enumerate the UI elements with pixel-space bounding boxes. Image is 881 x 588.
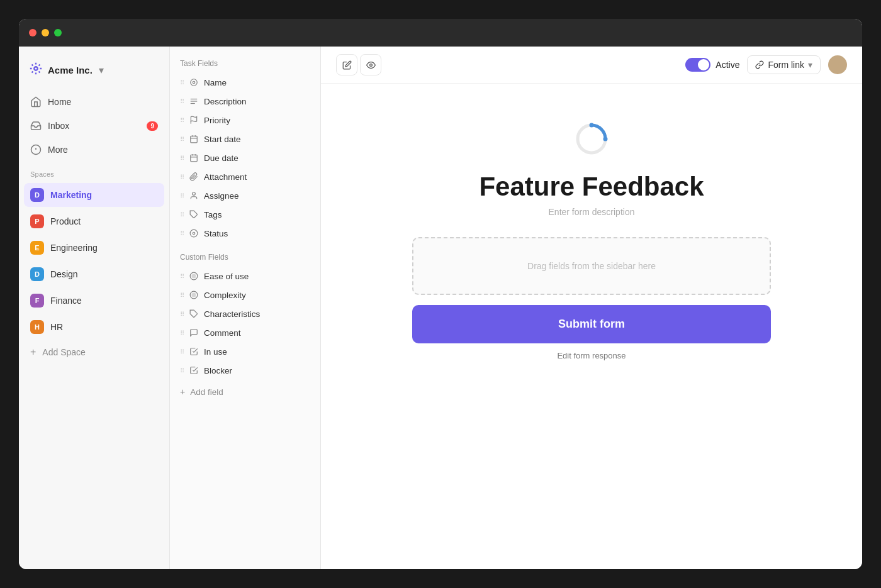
finance-label: Finance [50, 296, 82, 306]
sidebar-item-hr[interactable]: H HR [24, 315, 164, 339]
field-tags[interactable]: ⠿ Tags [175, 205, 315, 224]
drag-handle-icon: ⠿ [180, 330, 184, 336]
maximize-dot[interactable] [54, 29, 62, 36]
nav-item-home[interactable]: Home [24, 91, 164, 113]
drag-handle-icon: ⠿ [180, 79, 184, 86]
sidebar-item-engineering[interactable]: E Engineering [24, 236, 164, 260]
main-content: Active Form link ▾ [321, 47, 862, 569]
active-label: Active [715, 60, 739, 70]
finance-avatar: F [30, 294, 44, 308]
nav-item-more[interactable]: More [24, 139, 164, 160]
user-avatar[interactable] [828, 55, 847, 74]
svg-point-0 [34, 67, 38, 70]
drag-drop-zone[interactable]: Drag fields from the sidebar here [412, 237, 771, 295]
edit-button[interactable] [336, 54, 357, 75]
drag-handle-icon: ⠿ [180, 136, 184, 143]
field-status-label: Status [204, 229, 228, 238]
preview-button[interactable] [360, 54, 381, 75]
field-start-date[interactable]: ⠿ Start date [175, 130, 315, 148]
field-name-label: Name [204, 78, 227, 87]
assignee-field-icon [189, 191, 199, 201]
topbar: Active Form link ▾ [321, 47, 862, 84]
custom-fields-label: Custom Fields [175, 250, 315, 267]
form-area: Feature Feedback Enter form description … [321, 84, 862, 569]
characteristics-field-icon [189, 309, 199, 319]
field-due-date[interactable]: ⠿ Due date [175, 148, 315, 167]
field-complexity-label: Complexity [204, 291, 246, 300]
hr-avatar: H [30, 320, 44, 334]
sidebar-item-finance[interactable]: F Finance [24, 289, 164, 313]
app-window: Acme Inc. ▾ Home Inbox 9 More Spaces D M… [19, 19, 862, 569]
field-start-date-label: Start date [204, 135, 241, 144]
sidebar-item-product[interactable]: P Product [24, 209, 164, 233]
form-link-button[interactable]: Form link ▾ [747, 55, 821, 74]
svg-point-4 [191, 79, 198, 86]
form-description: Enter form description [549, 207, 635, 217]
close-dot[interactable] [29, 29, 36, 36]
svg-point-30 [603, 137, 608, 141]
form-link-chevron-icon: ▾ [808, 60, 812, 70]
brand-chevron-icon: ▾ [99, 64, 104, 76]
edit-form-response-link[interactable]: Edit form response [557, 351, 626, 360]
main-layout: Acme Inc. ▾ Home Inbox 9 More Spaces D M… [19, 47, 862, 569]
drag-handle-icon: ⠿ [180, 230, 184, 237]
hr-label: HR [50, 322, 63, 332]
nav-inbox-label: Inbox [48, 121, 69, 131]
field-comment[interactable]: ⠿ Comment [175, 323, 315, 342]
task-fields-label: Task Fields [175, 57, 315, 73]
field-assignee-label: Assignee [204, 191, 239, 201]
field-characteristics[interactable]: ⠿ Characteristics [175, 304, 315, 323]
titlebar [19, 19, 862, 47]
field-priority-label: Priority [204, 116, 230, 125]
add-space-icon: + [30, 347, 36, 358]
field-ease-of-use-label: Ease of use [204, 272, 249, 281]
comment-field-icon [189, 328, 199, 338]
eye-icon [366, 60, 376, 70]
start-date-field-icon [189, 134, 199, 144]
field-in-use[interactable]: ⠿ In use [175, 342, 315, 361]
field-name[interactable]: ⠿ Name [175, 73, 315, 92]
form-title: Feature Feedback [479, 172, 704, 202]
add-space-label: Add Space [42, 347, 86, 357]
field-description-label: Description [204, 97, 247, 106]
drag-handle-icon: ⠿ [180, 155, 184, 162]
nav-item-inbox[interactable]: Inbox 9 [24, 115, 164, 136]
nav-home-label: Home [48, 97, 71, 107]
tags-field-icon [189, 209, 199, 219]
field-ease-of-use[interactable]: ⠿ Ease of use [175, 267, 315, 286]
field-description[interactable]: ⠿ Description [175, 92, 315, 111]
field-priority[interactable]: ⠿ Priority [175, 111, 315, 130]
active-toggle-group: Active [685, 58, 739, 72]
svg-point-23 [192, 274, 196, 278]
svg-point-5 [193, 81, 195, 84]
add-field-button[interactable]: + Add field [175, 382, 315, 401]
nav-more-label: More [48, 145, 68, 155]
spaces-section-label: Spaces [24, 163, 164, 180]
drag-handle-icon: ⠿ [180, 192, 184, 199]
engineering-avatar: E [30, 241, 44, 255]
sidebar-item-design[interactable]: D Design [24, 262, 164, 286]
field-blocker[interactable]: ⠿ Blocker [175, 361, 315, 380]
description-field-icon [189, 96, 199, 106]
due-date-field-icon [189, 153, 199, 163]
field-assignee[interactable]: ⠿ Assignee [175, 186, 315, 205]
brand[interactable]: Acme Inc. ▾ [24, 57, 164, 89]
submit-form-button[interactable]: Submit form [412, 305, 771, 343]
field-complexity[interactable]: ⠿ Complexity [175, 286, 315, 304]
field-attachment[interactable]: ⠿ Attachment [175, 167, 315, 186]
toggle-knob [698, 59, 709, 70]
engineering-label: Engineering [50, 243, 98, 253]
svg-point-20 [190, 230, 198, 237]
drag-handle-icon: ⠿ [180, 117, 184, 124]
add-field-icon: + [180, 387, 185, 397]
drag-handle-icon: ⠿ [180, 348, 184, 355]
svg-point-21 [193, 232, 195, 235]
add-space-button[interactable]: + Add Space [24, 341, 164, 363]
field-status[interactable]: ⠿ Status [175, 224, 315, 243]
active-toggle[interactable] [685, 58, 710, 72]
drag-handle-icon: ⠿ [180, 273, 184, 280]
minimize-dot[interactable] [42, 29, 49, 36]
complexity-field-icon [189, 290, 199, 300]
sidebar-item-marketing[interactable]: D Marketing [24, 183, 164, 207]
marketing-avatar: D [30, 188, 44, 202]
